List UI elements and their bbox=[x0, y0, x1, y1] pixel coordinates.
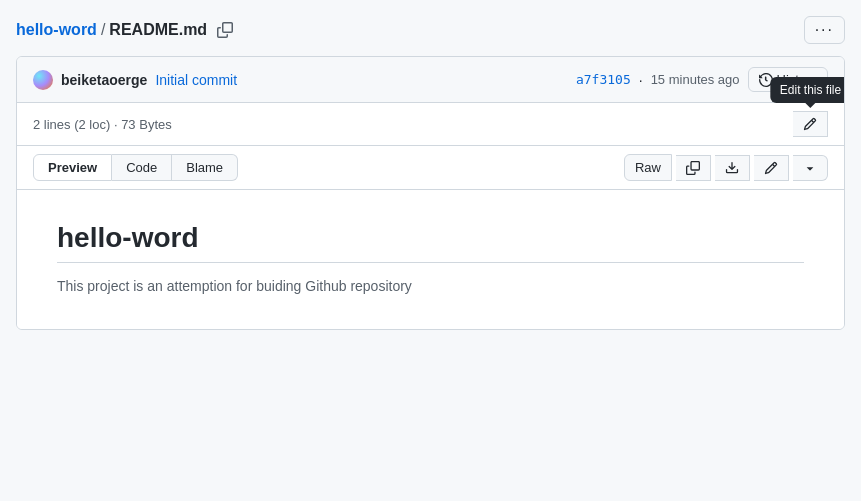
raw-button[interactable]: Raw bbox=[624, 154, 672, 181]
page-container: hello-word / README.md ··· beiketaoerge … bbox=[0, 0, 861, 346]
file-content: hello-word This project is an attemption… bbox=[17, 190, 844, 329]
tabs-right: Raw bbox=[624, 154, 828, 181]
readme-description: This project is an attemption for buidin… bbox=[57, 275, 804, 297]
breadcrumb-separator: / bbox=[101, 21, 105, 39]
readme-title: hello-word bbox=[57, 222, 804, 263]
tab-bar: Preview Code Blame Raw bbox=[17, 146, 844, 190]
commit-hash[interactable]: a7f3105 bbox=[576, 72, 631, 87]
avatar bbox=[33, 70, 53, 90]
commit-message[interactable]: Initial commit bbox=[155, 72, 237, 88]
breadcrumb: hello-word / README.md bbox=[16, 20, 239, 40]
repo-link[interactable]: hello-word bbox=[16, 21, 97, 39]
tabs-left: Preview Code Blame bbox=[33, 154, 238, 181]
tab-preview[interactable]: Preview bbox=[33, 154, 112, 181]
file-name: README.md bbox=[109, 21, 207, 39]
copy-path-button[interactable] bbox=[211, 20, 239, 40]
file-meta-info: 2 lines (2 loc) · 73 Bytes bbox=[33, 117, 172, 132]
breadcrumb-row: hello-word / README.md ··· bbox=[16, 16, 845, 44]
edit-file-button[interactable] bbox=[754, 155, 789, 181]
file-meta-bar: 2 lines (2 loc) · 73 Bytes Edit this fil… bbox=[17, 103, 844, 146]
author-name: beiketaoerge bbox=[61, 72, 147, 88]
more-actions-button[interactable] bbox=[793, 155, 828, 181]
file-box: beiketaoerge Initial commit a7f3105 · 15… bbox=[16, 56, 845, 330]
commit-bar: beiketaoerge Initial commit a7f3105 · 15… bbox=[17, 57, 844, 103]
history-label: History bbox=[777, 72, 817, 87]
tab-blame[interactable]: Blame bbox=[172, 154, 238, 181]
download-button[interactable] bbox=[715, 155, 750, 181]
commit-left: beiketaoerge Initial commit bbox=[33, 70, 237, 90]
commit-right: a7f3105 · 15 minutes ago History bbox=[576, 67, 828, 92]
edit-file-button-meta[interactable] bbox=[793, 111, 828, 137]
history-button[interactable]: History bbox=[748, 67, 828, 92]
file-meta-right: Edit this file bbox=[793, 111, 828, 137]
tab-code[interactable]: Code bbox=[112, 154, 172, 181]
copy-raw-button[interactable] bbox=[676, 155, 711, 181]
more-options-button[interactable]: ··· bbox=[804, 16, 845, 44]
dot-separator: · bbox=[639, 72, 643, 88]
commit-time: 15 minutes ago bbox=[651, 72, 740, 87]
edit-tooltip-container: Edit this file bbox=[793, 111, 828, 137]
